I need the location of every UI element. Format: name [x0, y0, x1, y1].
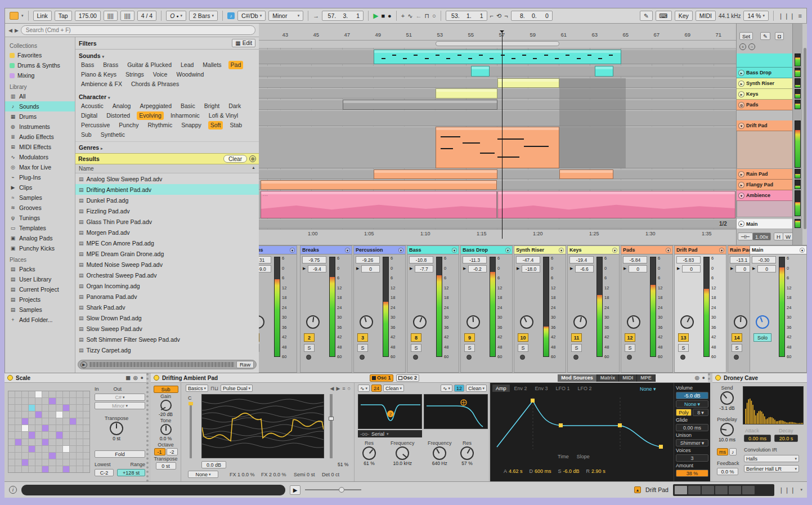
re-enable-automation-icon[interactable]: ← [415, 12, 421, 19]
arrangement-clip[interactable] [471, 66, 490, 77]
scale-grid-cell[interactable] [42, 391, 48, 397]
scale-grid-cell[interactable] [83, 432, 89, 438]
zoom-level[interactable]: 1.00x [752, 233, 771, 240]
scale-grid-cell[interactable] [35, 418, 42, 424]
set-button[interactable]: Set [739, 32, 753, 40]
collapse-icon[interactable]: ▾ [290, 248, 295, 253]
scale-grid-cell[interactable] [15, 405, 21, 411]
sync-note-toggle[interactable]: ♪ [729, 448, 737, 455]
env-tab-env-2[interactable]: Env 2 [511, 385, 531, 392]
scale-grid-cell[interactable] [42, 412, 48, 418]
scale-grid-cell[interactable] [22, 418, 28, 424]
peak-value[interactable]: -9.31 [259, 256, 271, 263]
name-column-header[interactable]: Name [79, 166, 94, 172]
peak-value[interactable]: -19.4 [569, 256, 594, 263]
device-on-button[interactable] [154, 375, 159, 381]
scale-grid-cell[interactable] [29, 459, 35, 466]
preview-play-button[interactable]: ▶ [290, 485, 301, 495]
arm-button[interactable] [360, 355, 365, 360]
scale-grid-cell[interactable] [49, 391, 55, 397]
scale-grid-cell[interactable] [29, 446, 35, 452]
zoom-out-icon[interactable]: − [748, 43, 755, 50]
volume-value[interactable]: 0 [757, 265, 776, 272]
sidebar-item-max-for-live[interactable]: ◎Max for Live [5, 162, 75, 172]
sidebar-item-plug-ins[interactable]: ⌁Plug-Ins [5, 172, 75, 182]
loop-start-field[interactable]: 53.1.1 [446, 11, 487, 21]
filter1-type-select[interactable]: Clean▾ [383, 385, 404, 392]
mixer-strip-synth-riser[interactable]: Synth Riser▾ -47.4 ▶ -18.0 6061218243036… [514, 245, 566, 373]
arm-button[interactable] [573, 355, 578, 360]
new-button[interactable]: + [401, 12, 405, 19]
midi-map-button[interactable]: MIDI [696, 11, 716, 21]
sidebar-item-midi-effects[interactable]: ⊞MIDI Effects [5, 142, 75, 152]
scale-grid-cell[interactable] [56, 466, 62, 472]
filter-tag[interactable]: Evolving [137, 111, 164, 120]
filter-tag[interactable]: Basic [178, 102, 198, 110]
session-record-icon[interactable]: ○ [432, 12, 436, 19]
result-row[interactable]: ▤Tizzy Carpet.adg [75, 345, 259, 355]
res2-value[interactable]: 57 % [461, 461, 472, 466]
track-header-body[interactable] [737, 201, 793, 217]
groove-amount-menu[interactable]: 2 Bars▾ [189, 11, 218, 21]
tone-value[interactable]: 0.0 % [160, 436, 172, 441]
solo-button[interactable]: S [678, 344, 689, 352]
width-slider[interactable] [330, 394, 333, 458]
track-activator[interactable]: 10 [518, 333, 528, 342]
scale-grid-cell[interactable] [15, 466, 21, 472]
scale-grid-cell[interactable] [22, 446, 28, 452]
sidebar-item-grooves[interactable]: ≋Grooves [5, 203, 75, 213]
arrangement-clip[interactable] [595, 66, 613, 77]
scale-grid-cell[interactable] [70, 446, 76, 452]
scale-grid-cell[interactable] [29, 432, 35, 438]
volume-value[interactable]: -7.7 [415, 265, 433, 272]
track-name[interactable]: Pads [623, 247, 665, 253]
scale-grid-cell[interactable] [49, 432, 55, 438]
result-row[interactable]: ▤Shark Pad.adv [75, 302, 259, 312]
filter1-display[interactable]: 2 [358, 394, 422, 429]
computer-midi-keyboard-button[interactable]: ⌨ [656, 11, 672, 21]
scale-grid-cell[interactable] [22, 398, 28, 404]
filter1-shape-select[interactable]: ∿▾ [358, 385, 370, 392]
scale-grid-cell[interactable] [49, 446, 55, 452]
scale-grid-cell[interactable] [8, 391, 15, 397]
tone-knob[interactable] [160, 424, 172, 435]
scale-grid-cell[interactable] [22, 459, 28, 466]
voice-count-select[interactable]: 8 ▾ [693, 409, 708, 416]
scale-grid-cell[interactable] [70, 453, 76, 459]
sidebar-item-sounds[interactable]: ♪Sounds [5, 101, 75, 111]
filter-tag[interactable]: Voice [151, 70, 170, 79]
nudge-down-button[interactable]: |||| [104, 11, 118, 21]
collapse-icon[interactable]: ▾ [666, 248, 671, 253]
transpose-value[interactable]: 0 st [156, 462, 176, 470]
osc-level-value[interactable]: 0.0 dB [201, 461, 226, 468]
freq1-knob[interactable] [396, 446, 409, 460]
mixer-strip-main[interactable]: Main▾ -0.30 ▶ 0 6061218243036424860 Solo [750, 245, 807, 373]
env-param-value[interactable]: -6.0 dB [563, 468, 580, 474]
ir-category-select[interactable]: Halls▾ [744, 455, 799, 462]
raw-button[interactable]: Raw [236, 361, 254, 368]
peak-value[interactable]: -47.4 [516, 256, 540, 263]
scale-grid-cell[interactable] [70, 439, 76, 445]
scale-grid-cell[interactable] [56, 412, 62, 418]
collapse-icon[interactable]: ▾ [719, 248, 724, 253]
scale-grid[interactable] [8, 391, 90, 473]
unison-mode-select[interactable]: Shimmer ▾ [676, 439, 708, 446]
track-activator[interactable]: 11 [571, 333, 582, 342]
filter-tag[interactable]: Woodwind [174, 70, 206, 79]
filter-tag[interactable]: Soft [208, 121, 223, 129]
scale-grid-cell[interactable] [77, 459, 83, 466]
expand-icon[interactable]: ▸ [738, 81, 744, 87]
env-tab-lfo-1[interactable]: LFO 1 [553, 385, 573, 392]
arm-button[interactable] [306, 355, 311, 360]
env-param-value[interactable]: 600 ms [535, 468, 551, 474]
filter-routing-bar[interactable]: -oo- Serial ▾ [358, 430, 422, 437]
amount-value[interactable]: 38 % [676, 470, 708, 477]
menu-icon[interactable]: ≡ [798, 12, 802, 19]
scale-grid-cell[interactable] [77, 453, 83, 459]
solo-button[interactable]: S [464, 344, 475, 352]
filter1-slope[interactable]: 24 [371, 385, 382, 392]
link-button[interactable]: Link [33, 11, 52, 21]
filter-tag[interactable]: Piano & Keys [79, 70, 119, 79]
mod-tab-mpe[interactable]: MPE [637, 374, 656, 382]
time-ruler[interactable]: 1:001:051:101:151:201:251:301:35 [259, 229, 736, 238]
